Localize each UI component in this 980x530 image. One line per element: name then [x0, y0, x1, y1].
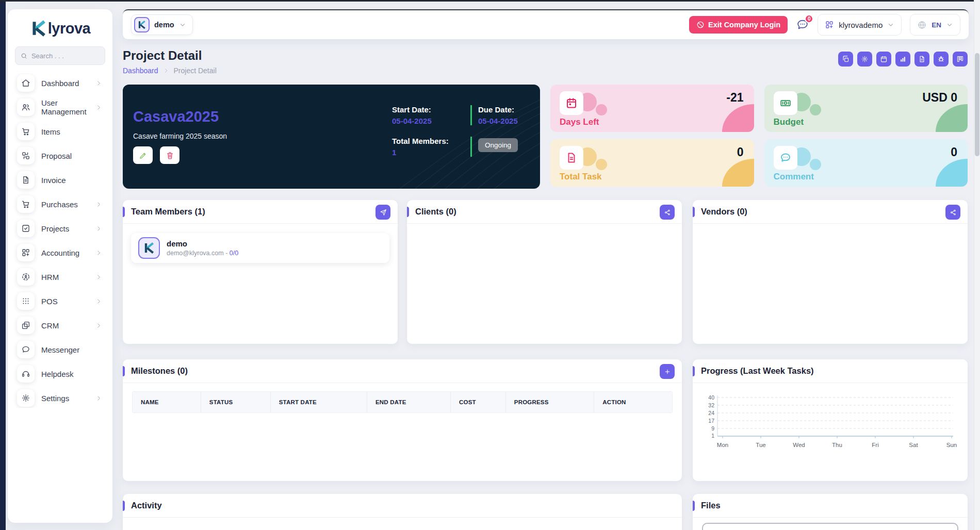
calendar-icon	[880, 55, 888, 63]
project-info: Start Date: 05-04-2025 Due Date: 05-04-2…	[392, 105, 531, 157]
sidebar-item-pos[interactable]: POS	[14, 291, 106, 311]
sidebar-item-proposal[interactable]: Proposal	[14, 146, 106, 165]
sidebar-item-messenger[interactable]: Messenger	[14, 340, 106, 359]
chevron-right-icon	[95, 225, 102, 232]
project-summary-card: Casava2025 Casave farming 2025 season St…	[123, 85, 540, 189]
chevron-right-icon	[95, 395, 102, 402]
notifications-button[interactable]: 0	[796, 18, 809, 31]
member-avatar	[138, 237, 160, 259]
search-input[interactable]	[31, 52, 100, 60]
x-tick: Fri	[872, 442, 878, 448]
sidebar-item-projects[interactable]: Projects	[14, 219, 106, 238]
sidebar-item-label: Purchases	[41, 200, 78, 209]
trash-icon	[166, 151, 174, 160]
swap-boxes-icon	[17, 147, 35, 164]
start-date-value: 05-04-2025	[392, 117, 453, 125]
banknote-icon	[774, 91, 797, 115]
workspace-label: klyrovademo	[839, 21, 883, 29]
sidebar-item-helpdesk[interactable]: Helpdesk	[14, 364, 106, 384]
project-actions	[133, 146, 179, 164]
sidebar-item-dashboard[interactable]: Dashboard	[14, 73, 106, 93]
workspace-switcher[interactable]: klyrovademo	[818, 14, 902, 36]
invoice-icon	[17, 171, 35, 189]
column-header-action: ACTION	[594, 392, 672, 412]
sidebar: lyrova Dashboard User Management Items	[8, 9, 112, 523]
home-icon	[17, 74, 35, 92]
sidebar-item-purchases[interactable]: Purchases	[14, 194, 106, 214]
scrollbar-thumb[interactable]	[975, 53, 979, 156]
notification-badge: 0	[805, 14, 813, 23]
duplicate-button[interactable]	[838, 52, 853, 67]
sidebar-item-label: Proposal	[41, 152, 72, 160]
language-selector[interactable]: EN	[910, 14, 960, 36]
milestones-title: Milestones (0)	[131, 366, 188, 376]
sidebar-item-label: HRM	[41, 273, 59, 281]
chart-area: 40 32 24 17 9 1 Mon Tue Wed Thu Fri Sat …	[693, 383, 968, 453]
files-title: Files	[701, 501, 721, 510]
delete-project-button[interactable]	[160, 146, 179, 164]
file-icon	[918, 55, 926, 63]
project-settings-button[interactable]	[857, 52, 872, 67]
invite-member-button[interactable]	[375, 205, 390, 220]
chevron-right-icon	[95, 250, 102, 256]
sidebar-item-accounting[interactable]: Accounting	[14, 243, 106, 262]
add-milestone-button[interactable]	[660, 364, 675, 379]
member-meta: demo@klyrova.com - 0/0	[167, 250, 238, 257]
vendors-title: Vendors (0)	[701, 207, 747, 217]
share-clients-button[interactable]	[660, 205, 675, 220]
bug-report-button[interactable]	[934, 52, 949, 67]
edit-project-button[interactable]	[133, 146, 153, 164]
progress-line-chart: 40 32 24 17 9 1 Mon Tue Wed Thu Fri Sat …	[701, 390, 957, 451]
exit-company-login-button[interactable]: Exit Company Login	[689, 16, 788, 34]
breadcrumb-dashboard-link[interactable]: Dashboard	[123, 67, 158, 75]
y-tick: 9	[711, 425, 714, 432]
search-icon	[21, 52, 27, 60]
person-scan-icon	[17, 268, 35, 286]
total-members-value: 1	[392, 148, 453, 157]
share-vendors-button[interactable]	[945, 205, 960, 220]
globe-icon	[917, 20, 927, 30]
left-edge-strip	[0, 0, 6, 530]
card-header: Files	[693, 494, 968, 518]
progress-chart-card: Progress (Last Week Tasks)	[693, 359, 968, 481]
send-icon	[380, 209, 387, 216]
sidebar-item-invoice[interactable]: Invoice	[14, 170, 106, 190]
users-icon	[17, 98, 35, 116]
stat-value: USD 0	[922, 91, 957, 105]
sidebar-item-items[interactable]: Items	[14, 122, 106, 141]
x-tick: Mon	[717, 442, 728, 448]
card-header: Clients (0)	[407, 200, 682, 224]
decorative-corner	[936, 104, 968, 132]
sidebar-item-hrm[interactable]: HRM	[14, 267, 106, 287]
exit-button-label: Exit Company Login	[708, 21, 780, 29]
company-switcher[interactable]: demo	[131, 14, 193, 35]
share-icon	[950, 209, 957, 216]
files-card: Files	[693, 494, 968, 530]
sidebar-item-label: Helpdesk	[41, 370, 74, 378]
chevron-down-icon	[946, 21, 953, 28]
column-header-name: NAME	[133, 392, 201, 412]
sidebar-search[interactable]	[15, 46, 105, 65]
calendar-button[interactable]	[876, 52, 891, 67]
company-switcher-label: demo	[154, 21, 174, 29]
kanban-button[interactable]	[953, 52, 968, 67]
decorative-corner	[936, 159, 968, 187]
member-task-ratio: 0/0	[230, 250, 238, 257]
sidebar-item-user-management[interactable]: User Management	[14, 97, 106, 117]
task-file-icon	[560, 146, 583, 170]
chevron-down-icon	[179, 21, 186, 28]
sidebar-nav: Dashboard User Management Items Proposal…	[14, 73, 106, 408]
notes-button[interactable]	[914, 52, 929, 67]
stat-cards: -21 Days Left USD 0 Budget 0 Total Task …	[550, 85, 968, 187]
reports-button[interactable]	[895, 52, 910, 67]
team-member-row[interactable]: demo demo@klyrova.com - 0/0	[131, 233, 389, 263]
share-icon	[664, 209, 671, 216]
pencil-icon	[139, 151, 148, 160]
sidebar-item-crm[interactable]: CRM	[14, 316, 106, 335]
sidebar-item-settings[interactable]: Settings	[14, 388, 106, 408]
file-dropzone[interactable]	[702, 523, 958, 530]
top-bar: demo Exit Company Login 0 klyrovademo	[123, 9, 969, 39]
stat-value: 0	[951, 145, 957, 159]
scrollbar-track[interactable]	[974, 0, 980, 530]
chevron-right-icon	[95, 322, 102, 329]
